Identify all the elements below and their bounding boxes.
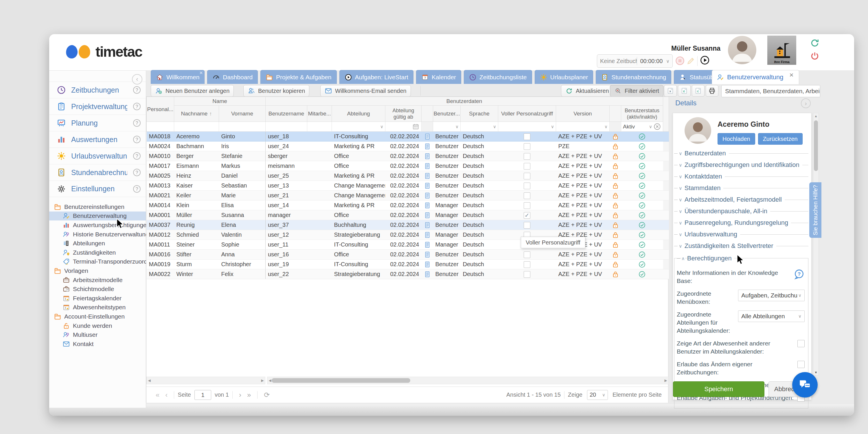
lock-icon[interactable] xyxy=(612,133,619,140)
export-csv-button[interactable]: C xyxy=(692,85,705,97)
sidebar-menu-item[interactable]: Stundenabrechnung ? xyxy=(49,164,146,181)
table-row[interactable]: MA0021 Keiler Marie user_21 Change Manag… xyxy=(147,191,669,200)
filter-benutzername-input[interactable] xyxy=(266,122,307,132)
tree-item[interactable]: Multiuser xyxy=(49,330,146,339)
user-document-icon[interactable] xyxy=(424,241,431,249)
active-status-icon[interactable] xyxy=(638,221,646,229)
first-page-icon[interactable]: « xyxy=(156,391,159,399)
lock-icon[interactable] xyxy=(612,231,619,239)
sidebar-menu-item[interactable]: Einstellungen ? xyxy=(49,181,146,197)
user-avatar[interactable] xyxy=(728,36,756,64)
user-document-icon[interactable] xyxy=(424,192,431,199)
col-abteilung-gueltig-ab[interactable]: Abteilung gültig ab xyxy=(385,105,422,122)
active-status-icon[interactable] xyxy=(638,202,646,209)
tab[interactable]: Urlaubsplaner ✕ xyxy=(535,70,593,84)
sidebar-menu-item[interactable]: Projektverwaltung ? xyxy=(49,98,146,115)
help-tab[interactable]: Sie brauchen Hilfe? xyxy=(809,182,822,238)
lock-icon[interactable] xyxy=(612,143,619,150)
filter-personalnr-input[interactable] xyxy=(147,122,174,132)
user-document-icon[interactable] xyxy=(424,172,431,180)
user-document-icon[interactable] xyxy=(424,231,431,239)
export-e-button[interactable]: E xyxy=(678,85,691,97)
permission-checkbox[interactable] xyxy=(797,340,805,347)
detail-user-avatar[interactable] xyxy=(685,117,711,144)
tab-benutzerverwaltung-active[interactable]: Benutzerverwaltung ✕ xyxy=(712,70,799,84)
details-section-header[interactable]: ∨ Kontaktdaten xyxy=(674,171,808,182)
departments-dropdown[interactable]: Alle Abteilungen∨ xyxy=(738,310,805,322)
filter-mitarbeiter-input[interactable] xyxy=(307,122,332,132)
details-section-header[interactable]: ∨ Benutzerdaten xyxy=(674,148,808,159)
sidebar-menu-item[interactable]: Urlaubsverwaltung ? xyxy=(49,148,146,164)
user-document-icon[interactable] xyxy=(424,221,431,229)
lock-icon[interactable] xyxy=(612,271,619,278)
help-icon[interactable]: ? xyxy=(132,168,141,177)
col-benutzerrolle[interactable]: Benutzer... xyxy=(433,105,461,122)
tree-item[interactable]: Benutzerverwaltung xyxy=(49,212,146,221)
user-document-icon[interactable] xyxy=(424,261,431,268)
filter-date-picker[interactable] xyxy=(385,122,422,132)
lock-icon[interactable] xyxy=(612,251,619,258)
active-status-icon[interactable] xyxy=(638,172,646,180)
col-mitarbeiter[interactable]: Mitarbe... xyxy=(307,105,332,122)
sidebar-menu-item[interactable]: Planung ? xyxy=(49,115,146,131)
tab[interactable]: Stundenabrechnung ✕ xyxy=(596,70,671,84)
col-vorname[interactable]: Vorname xyxy=(219,105,266,122)
active-status-icon[interactable] xyxy=(638,231,646,239)
help-icon[interactable]: ? xyxy=(132,86,141,94)
tree-item[interactable]: Auswertungsberechtigungen xyxy=(49,220,146,230)
scrollbar-thumb[interactable] xyxy=(272,378,410,383)
table-row[interactable]: MA0013 Kaiser Sebastian user_13 Change M… xyxy=(147,181,669,191)
help-icon[interactable]: ? xyxy=(132,102,141,111)
lock-icon[interactable] xyxy=(612,261,619,268)
user-document-icon[interactable] xyxy=(424,162,431,170)
full-access-checkbox[interactable] xyxy=(524,153,530,160)
col-version[interactable]: Version xyxy=(556,105,610,122)
sidebar-menu-item[interactable]: Zeitbuchungen ? xyxy=(49,82,146,98)
full-access-checkbox[interactable] xyxy=(524,222,530,228)
table-row[interactable]: MA0022 Winter Felix user_22 Strategieber… xyxy=(147,269,669,279)
active-status-icon[interactable] xyxy=(638,182,646,189)
tree-item[interactable]: Benutzereinstellungen xyxy=(49,202,146,212)
tree-item[interactable]: Historie Benutzerverwaltung xyxy=(49,230,146,239)
sidebar-menu-item[interactable]: Auswertungen ? xyxy=(49,131,146,148)
frozen-columns-scrollbar[interactable]: ◀▶ xyxy=(146,377,265,384)
lock-icon[interactable] xyxy=(612,153,619,160)
save-button[interactable]: Speichern xyxy=(673,381,765,397)
full-access-checkbox[interactable] xyxy=(524,192,530,199)
active-status-icon[interactable] xyxy=(638,212,646,219)
details-section-header[interactable]: ∨ Arbeitszeitmodell, Feiertagsmodell xyxy=(674,194,808,206)
filter-version-select[interactable]: ∨ xyxy=(556,122,610,132)
upload-photo-button[interactable]: Hochladen xyxy=(717,133,755,145)
tab-close-icon[interactable]: ✕ xyxy=(199,70,203,75)
help-icon[interactable]: ? xyxy=(132,152,141,160)
tab[interactable]: Willkommen ✕ xyxy=(151,70,205,84)
table-row[interactable]: MA0012 Schmied Valentin user_12 Strategi… xyxy=(147,230,669,240)
lock-icon[interactable] xyxy=(612,241,619,249)
col-personalnr[interactable]: Personal... xyxy=(147,97,174,122)
lock-icon[interactable] xyxy=(612,182,619,189)
table-horizontal-scrollbar[interactable]: ◀ ▶ xyxy=(267,377,669,384)
active-status-icon[interactable] xyxy=(638,251,646,258)
menuboxes-dropdown[interactable]: Aufgaben, Zeitbuchu∨ xyxy=(738,290,805,301)
tab[interactable]: Zeitbuchungsliste ✕ xyxy=(464,70,532,84)
edit-booking-icon[interactable] xyxy=(686,56,696,66)
tree-item[interactable]: Kontakt xyxy=(49,339,146,349)
user-document-icon[interactable] xyxy=(424,133,431,140)
full-access-checkbox[interactable] xyxy=(524,212,530,219)
user-document-icon[interactable] xyxy=(424,143,431,150)
chevron-down-icon[interactable]: ∨ xyxy=(665,58,673,64)
active-status-icon[interactable] xyxy=(638,241,646,249)
table-row[interactable]: MA0016 Stifter Anna user_16 Office 02.02… xyxy=(147,250,669,259)
table-row[interactable]: MA0024 Bachmann Iris user_24 Marketing &… xyxy=(147,142,669,151)
reset-photo-button[interactable]: Zurücksetzen xyxy=(758,133,803,145)
permission-checkbox[interactable] xyxy=(797,361,805,368)
page-number-input[interactable]: 1 xyxy=(194,390,211,400)
table-row[interactable]: MA0037 Reunig Elena user_37 Buchhaltung … xyxy=(147,220,669,230)
details-section-header[interactable]: ∨ Zugriffsberechtigungen und Identifikat… xyxy=(674,159,808,171)
filter-personalzugriff-select[interactable]: ∨ xyxy=(498,122,556,132)
tree-item[interactable]: Zuständigkeiten xyxy=(49,248,146,257)
tree-item[interactable]: Abteilungen xyxy=(49,239,146,248)
col-benutzername[interactable]: Benutzername xyxy=(266,105,307,122)
user-document-icon[interactable] xyxy=(424,202,431,209)
user-document-icon[interactable] xyxy=(424,212,431,219)
